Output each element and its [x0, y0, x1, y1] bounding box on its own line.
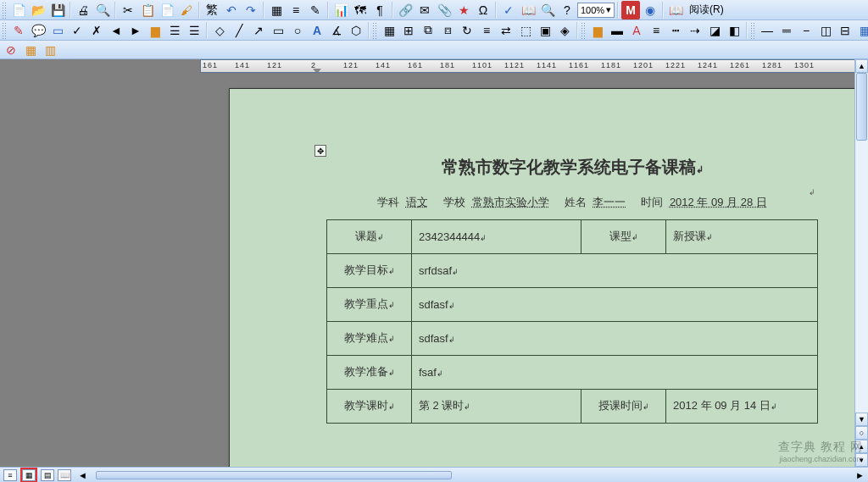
show-formatting-button[interactable]: ¶	[370, 1, 389, 19]
text-wrap-button[interactable]: ▣	[536, 21, 554, 40]
traditional-button[interactable]: 繁	[203, 1, 221, 19]
arrow-button[interactable]: ↗	[249, 21, 268, 40]
fill-color-button[interactable]: ▆	[588, 21, 607, 40]
prev-page-button[interactable]: ▴	[855, 440, 868, 453]
cut-button[interactable]: ✂	[119, 1, 137, 19]
line-style-button[interactable]: ≡	[647, 21, 665, 40]
merge-cells-button[interactable]: ◫	[816, 21, 835, 40]
normal-view-button[interactable]: ≡	[3, 469, 17, 481]
previous-button[interactable]: ◄	[107, 21, 125, 40]
track-changes-button[interactable]: ✎	[9, 21, 28, 40]
scroll-up-button[interactable]: ▲	[855, 59, 868, 73]
zoom-combo[interactable]: 100%▾	[577, 3, 615, 18]
order-button[interactable]: ⬚	[516, 21, 535, 40]
horizontal-ruler[interactable]: 161 141 121 2 121 141 161 181 1101 1121 …	[200, 59, 868, 73]
scroll-thumb[interactable]	[856, 73, 867, 141]
accept-button[interactable]: ✓	[68, 21, 86, 40]
shadow-button[interactable]: ◪	[705, 21, 724, 40]
m-icon[interactable]: M	[621, 1, 640, 19]
ungroup-button[interactable]: ⧈	[438, 21, 457, 40]
value-cell-teachtime[interactable]: 2012 年 09 月 14 日↲	[666, 389, 818, 423]
vertical-scrollbar[interactable]: ▲ ▼ ○ ▴ ▾	[854, 59, 868, 467]
toolbar-grip[interactable]	[372, 22, 377, 39]
wordart-button[interactable]: ∡	[327, 21, 346, 40]
next-button[interactable]: ►	[126, 21, 145, 40]
symbol-button[interactable]: Ω	[474, 1, 492, 19]
paste-button[interactable]: 📄	[158, 1, 176, 19]
line-button[interactable]: ╱	[230, 21, 248, 40]
toolbar-grip[interactable]	[750, 22, 755, 39]
value-cell-topic[interactable]: 2342344444↲	[412, 219, 581, 253]
split-cells-button[interactable]: ⊟	[836, 21, 854, 40]
rectangle-button[interactable]: ▭	[269, 21, 287, 40]
value-cell-type[interactable]: 新授课↲	[666, 219, 818, 253]
delete-comment-button[interactable]: ☰	[185, 21, 203, 40]
undo-button[interactable]: ↶	[222, 1, 241, 19]
border-button[interactable]: ▦	[855, 21, 868, 40]
open-button[interactable]: 📂	[29, 1, 47, 19]
grid-button[interactable]: ▦	[380, 21, 398, 40]
browse-object-button[interactable]: ○	[855, 426, 868, 440]
rotate-button[interactable]: ↻	[458, 21, 476, 40]
save-button[interactable]: 💾	[48, 1, 67, 19]
copy-button[interactable]: 📋	[138, 1, 157, 19]
word-count-button[interactable]: ✓	[499, 1, 518, 19]
value-cell-prep[interactable]: fsaf↲	[412, 355, 818, 389]
research-button[interactable]: 📖	[519, 1, 537, 19]
drawing-button[interactable]: ✎	[306, 1, 325, 19]
insert-col-button[interactable]: ═	[777, 21, 796, 40]
next-page-button[interactable]: ▾	[855, 453, 868, 467]
help-icon[interactable]: ◉	[641, 1, 659, 19]
insert-row-button[interactable]: —	[758, 21, 776, 40]
label-cell-teachtime[interactable]: 授课时间↲	[581, 389, 666, 423]
envelope-button[interactable]: ✉	[415, 1, 434, 19]
reject-button[interactable]: ✗	[87, 21, 106, 40]
delete-row-button[interactable]: −	[797, 21, 815, 40]
reading-layout-icon[interactable]: 📖	[666, 1, 685, 19]
balloon-button[interactable]: 💬	[29, 21, 47, 40]
arrow-style-button[interactable]: ⇢	[686, 21, 704, 40]
label-cell-goal[interactable]: 教学目标↲	[327, 253, 412, 287]
zoom-out-icon[interactable]: ◄	[78, 470, 87, 480]
document-map-button[interactable]: 🗺	[351, 1, 370, 19]
toolbar-grip[interactable]	[2, 22, 7, 39]
print-button[interactable]: 🖨	[74, 1, 92, 19]
snap-button[interactable]: ⊞	[399, 21, 418, 40]
value-cell-diff[interactable]: sdfasf↲	[412, 321, 818, 355]
table-move-handle[interactable]: ✥	[314, 145, 326, 157]
label-cell-diff[interactable]: 教学难点↲	[327, 321, 412, 355]
control-toolbox-button[interactable]: ▥	[41, 41, 59, 59]
hscroll-thumb[interactable]	[96, 471, 452, 479]
new-doc-button[interactable]: 📄	[9, 1, 28, 19]
value-cell-key[interactable]: sdfasf↲	[412, 287, 818, 321]
zoom-fit-button[interactable]: 🔍	[538, 1, 557, 19]
group-button[interactable]: ⧉	[419, 21, 437, 40]
scroll-track[interactable]	[855, 73, 868, 413]
macro-security-button[interactable]: ⊘	[2, 41, 20, 59]
text-box-button[interactable]: A	[308, 21, 326, 40]
edit-points-button[interactable]: ◈	[555, 21, 574, 40]
value-cell-goal[interactable]: srfdsaf↲	[412, 253, 818, 287]
font-color-button[interactable]: A	[627, 21, 646, 40]
outline-view-button[interactable]: 📖	[58, 469, 71, 481]
label-cell-prep[interactable]: 教学准备↲	[327, 355, 412, 389]
scroll-down-button[interactable]: ▼	[855, 413, 868, 426]
align-button[interactable]: ≡	[477, 21, 496, 40]
toolbar-grip[interactable]	[581, 22, 586, 39]
redo-button[interactable]: ↷	[242, 1, 260, 19]
vb-editor-button[interactable]: ▦	[21, 41, 40, 59]
value-cell-period[interactable]: 第 2 课时↲	[412, 389, 581, 423]
print-layout-view-button[interactable]: ▦	[22, 469, 36, 481]
columns-button[interactable]: ≡	[287, 1, 305, 19]
document-page[interactable]: ✥ 常熟市数字化教学系统电子备课稿↲ 学科 语文 学校 常熟市	[229, 88, 856, 467]
flip-button[interactable]: ⇄	[497, 21, 515, 40]
oval-button[interactable]: ○	[288, 21, 307, 40]
dash-style-button[interactable]: ┅	[666, 21, 685, 40]
label-cell-period[interactable]: 教学课时↲	[327, 389, 412, 423]
highlight-button[interactable]: ▆	[146, 21, 164, 40]
label-cell-topic[interactable]: 课题↲	[327, 219, 412, 253]
zoom-in-icon[interactable]: ►	[855, 470, 865, 480]
header-cell[interactable]: 学科 语文 学校 常熟市实验小学 姓名 李一一 时间 2012 年 09 月 2…	[327, 186, 818, 219]
diagram-button[interactable]: ⬡	[347, 21, 365, 40]
help-button[interactable]: ?	[558, 1, 576, 19]
